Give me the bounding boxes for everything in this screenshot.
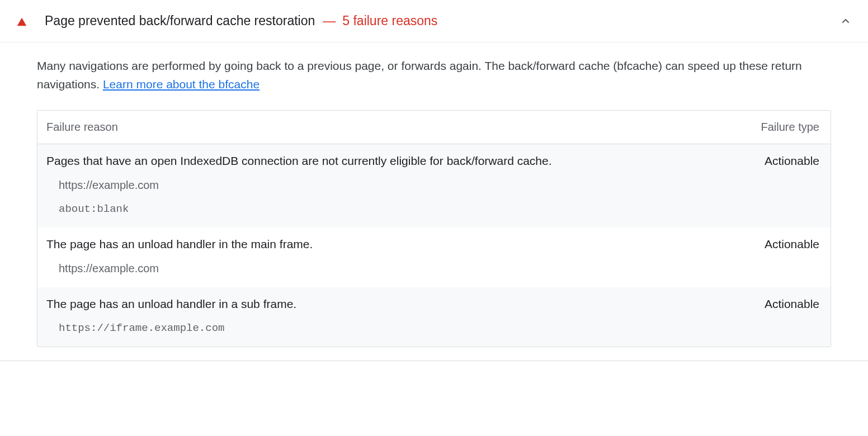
column-header-type: Failure type (761, 121, 822, 134)
chevron-up-icon (839, 15, 852, 28)
audit-failure-count: 5 failure reasons (342, 13, 437, 29)
failure-detail-url: https://example.com (46, 262, 822, 275)
column-header-reason: Failure reason (46, 121, 761, 134)
failure-detail-url: https://iframe.example.com (46, 322, 822, 334)
learn-more-link[interactable]: Learn more about the bfcache (103, 78, 260, 91)
table-row-main: Pages that have an open IndexedDB connec… (46, 154, 822, 168)
failure-detail-url: about:blank (46, 203, 822, 215)
table-row-main: The page has an unload handler in a sub … (46, 297, 822, 311)
table-row: The page has an unload handler in the ma… (37, 228, 831, 287)
table-row: The page has an unload handler in a sub … (37, 287, 831, 347)
audit-body: Many navigations are performed by going … (0, 42, 868, 361)
table-row: Pages that have an open IndexedDB connec… (37, 144, 831, 228)
audit-title-separator: — (323, 13, 336, 29)
table-body: Pages that have an open IndexedDB connec… (37, 144, 831, 347)
audit-description: Many navigations are performed by going … (37, 57, 831, 93)
failure-detail-url: https://example.com (46, 179, 822, 192)
failure-reason: The page has an unload handler in a sub … (46, 297, 765, 311)
bfcache-audit-panel: Page prevented back/forward cache restor… (0, 0, 868, 361)
warning-triangle-icon (16, 16, 28, 28)
audit-header[interactable]: Page prevented back/forward cache restor… (0, 0, 868, 42)
table-row-main: The page has an unload handler in the ma… (46, 238, 822, 251)
audit-title: Page prevented back/forward cache restor… (45, 13, 315, 29)
failure-table: Failure reason Failure type Pages that h… (37, 110, 831, 347)
failure-reason: Pages that have an open IndexedDB connec… (46, 154, 765, 168)
failure-reason: The page has an unload handler in the ma… (46, 238, 765, 251)
table-header: Failure reason Failure type (37, 111, 831, 144)
failure-type: Actionable (765, 154, 822, 168)
failure-type: Actionable (765, 238, 822, 251)
failure-type: Actionable (765, 297, 822, 311)
